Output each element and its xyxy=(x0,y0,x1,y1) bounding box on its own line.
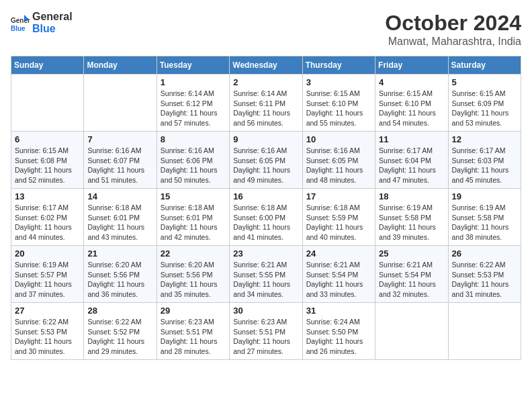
day-number: 7 xyxy=(87,134,152,144)
calendar-week-row: 27Sunrise: 6:22 AMSunset: 5:53 PMDayligh… xyxy=(11,303,521,360)
day-number: 28 xyxy=(87,306,152,316)
weekday-header-cell: Thursday xyxy=(302,56,375,75)
day-info: Sunrise: 6:19 AMSunset: 5:58 PMDaylight:… xyxy=(452,203,517,242)
calendar-day-cell: 5Sunrise: 6:15 AMSunset: 6:09 PMDaylight… xyxy=(448,75,521,132)
calendar-day-cell: 23Sunrise: 6:21 AMSunset: 5:55 PMDayligh… xyxy=(230,246,302,303)
page-header: General Blue General Blue October 2024 M… xyxy=(11,11,521,48)
calendar-day-cell: 26Sunrise: 6:22 AMSunset: 5:53 PMDayligh… xyxy=(448,246,521,303)
calendar-day-cell: 30Sunrise: 6:23 AMSunset: 5:51 PMDayligh… xyxy=(230,303,302,360)
day-info: Sunrise: 6:24 AMSunset: 5:50 PMDaylight:… xyxy=(306,317,371,357)
day-info: Sunrise: 6:22 AMSunset: 5:52 PMDaylight:… xyxy=(87,317,152,357)
day-info: Sunrise: 6:23 AMSunset: 5:51 PMDaylight:… xyxy=(233,317,298,357)
calendar-day-cell: 17Sunrise: 6:18 AMSunset: 5:59 PMDayligh… xyxy=(302,189,375,246)
calendar-day-cell: 18Sunrise: 6:19 AMSunset: 5:58 PMDayligh… xyxy=(375,189,448,246)
day-number: 29 xyxy=(161,306,226,316)
day-number: 21 xyxy=(87,248,152,259)
calendar-week-row: 1Sunrise: 6:14 AMSunset: 6:12 PMDaylight… xyxy=(11,75,521,132)
logo-general: General xyxy=(32,11,73,23)
day-number: 25 xyxy=(379,248,444,259)
calendar-day-cell: 14Sunrise: 6:18 AMSunset: 6:01 PMDayligh… xyxy=(84,189,157,246)
day-number: 18 xyxy=(379,191,444,201)
day-info: Sunrise: 6:18 AMSunset: 6:01 PMDaylight:… xyxy=(161,203,226,242)
day-number: 10 xyxy=(306,134,371,144)
day-number: 4 xyxy=(379,77,444,87)
day-number: 14 xyxy=(87,191,152,201)
day-number: 3 xyxy=(306,77,371,87)
day-number: 22 xyxy=(161,248,226,259)
weekday-header-row: SundayMondayTuesdayWednesdayThursdayFrid… xyxy=(11,56,521,75)
calendar-day-cell: 9Sunrise: 6:16 AMSunset: 6:05 PMDaylight… xyxy=(230,132,302,189)
day-info: Sunrise: 6:22 AMSunset: 5:53 PMDaylight:… xyxy=(452,260,517,300)
day-info: Sunrise: 6:20 AMSunset: 5:56 PMDaylight:… xyxy=(87,260,152,300)
calendar-title-area: October 2024 Manwat, Maharashtra, India xyxy=(385,11,521,48)
location-title: Manwat, Maharashtra, India xyxy=(385,36,521,48)
day-info: Sunrise: 6:21 AMSunset: 5:54 PMDaylight:… xyxy=(379,260,444,300)
calendar-day-cell xyxy=(375,303,448,360)
day-info: Sunrise: 6:15 AMSunset: 6:10 PMDaylight:… xyxy=(306,89,371,128)
day-number: 26 xyxy=(452,248,517,259)
calendar-week-row: 6Sunrise: 6:15 AMSunset: 6:08 PMDaylight… xyxy=(11,132,521,189)
day-info: Sunrise: 6:21 AMSunset: 5:55 PMDaylight:… xyxy=(233,260,298,300)
weekday-header-cell: Monday xyxy=(84,56,157,75)
day-number: 31 xyxy=(306,306,371,316)
day-number: 1 xyxy=(161,77,226,87)
day-info: Sunrise: 6:18 AMSunset: 6:00 PMDaylight:… xyxy=(233,203,298,242)
calendar-day-cell: 3Sunrise: 6:15 AMSunset: 6:10 PMDaylight… xyxy=(302,75,375,132)
weekday-header-cell: Tuesday xyxy=(157,56,229,75)
day-number: 19 xyxy=(452,191,517,201)
day-info: Sunrise: 6:16 AMSunset: 6:05 PMDaylight:… xyxy=(306,146,371,185)
day-number: 15 xyxy=(161,191,226,201)
day-info: Sunrise: 6:15 AMSunset: 6:08 PMDaylight:… xyxy=(15,146,80,185)
day-number: 23 xyxy=(233,248,298,259)
logo-icon: General Blue xyxy=(11,13,30,32)
calendar-day-cell: 10Sunrise: 6:16 AMSunset: 6:05 PMDayligh… xyxy=(302,132,375,189)
calendar-day-cell: 8Sunrise: 6:16 AMSunset: 6:06 PMDaylight… xyxy=(157,132,229,189)
day-number: 24 xyxy=(306,248,371,259)
calendar-day-cell: 1Sunrise: 6:14 AMSunset: 6:12 PMDaylight… xyxy=(157,75,229,132)
calendar-day-cell xyxy=(84,75,157,132)
calendar-day-cell: 28Sunrise: 6:22 AMSunset: 5:52 PMDayligh… xyxy=(84,303,157,360)
day-info: Sunrise: 6:23 AMSunset: 5:51 PMDaylight:… xyxy=(161,317,226,357)
day-info: Sunrise: 6:22 AMSunset: 5:53 PMDaylight:… xyxy=(15,317,80,357)
day-info: Sunrise: 6:14 AMSunset: 6:11 PMDaylight:… xyxy=(233,89,298,128)
day-info: Sunrise: 6:15 AMSunset: 6:09 PMDaylight:… xyxy=(452,89,517,128)
calendar-week-row: 13Sunrise: 6:17 AMSunset: 6:02 PMDayligh… xyxy=(11,189,521,246)
day-info: Sunrise: 6:16 AMSunset: 6:05 PMDaylight:… xyxy=(233,146,298,185)
logo-blue: Blue xyxy=(32,23,73,35)
calendar-table: SundayMondayTuesdayWednesdayThursdayFrid… xyxy=(11,56,521,360)
day-number: 13 xyxy=(15,191,80,201)
day-info: Sunrise: 6:21 AMSunset: 5:54 PMDaylight:… xyxy=(306,260,371,300)
calendar-day-cell: 29Sunrise: 6:23 AMSunset: 5:51 PMDayligh… xyxy=(157,303,229,360)
day-number: 27 xyxy=(15,306,80,316)
calendar-day-cell: 31Sunrise: 6:24 AMSunset: 5:50 PMDayligh… xyxy=(302,303,375,360)
day-info: Sunrise: 6:20 AMSunset: 5:56 PMDaylight:… xyxy=(161,260,226,300)
calendar-day-cell: 11Sunrise: 6:17 AMSunset: 6:04 PMDayligh… xyxy=(375,132,448,189)
calendar-day-cell: 20Sunrise: 6:19 AMSunset: 5:57 PMDayligh… xyxy=(11,246,84,303)
day-info: Sunrise: 6:19 AMSunset: 5:57 PMDaylight:… xyxy=(15,260,80,300)
day-number: 8 xyxy=(161,134,226,144)
day-number: 12 xyxy=(452,134,517,144)
calendar-day-cell: 4Sunrise: 6:15 AMSunset: 6:10 PMDaylight… xyxy=(375,75,448,132)
calendar-day-cell xyxy=(11,75,84,132)
weekday-header-cell: Wednesday xyxy=(230,56,302,75)
weekday-header-cell: Sunday xyxy=(11,56,84,75)
day-number: 16 xyxy=(233,191,298,201)
day-info: Sunrise: 6:19 AMSunset: 5:58 PMDaylight:… xyxy=(379,203,444,242)
day-info: Sunrise: 6:18 AMSunset: 6:01 PMDaylight:… xyxy=(87,203,152,242)
day-info: Sunrise: 6:16 AMSunset: 6:07 PMDaylight:… xyxy=(87,146,152,185)
calendar-day-cell: 13Sunrise: 6:17 AMSunset: 6:02 PMDayligh… xyxy=(11,189,84,246)
calendar-day-cell: 6Sunrise: 6:15 AMSunset: 6:08 PMDaylight… xyxy=(11,132,84,189)
calendar-day-cell xyxy=(448,303,521,360)
calendar-day-cell: 7Sunrise: 6:16 AMSunset: 6:07 PMDaylight… xyxy=(84,132,157,189)
calendar-day-cell: 15Sunrise: 6:18 AMSunset: 6:01 PMDayligh… xyxy=(157,189,229,246)
day-info: Sunrise: 6:17 AMSunset: 6:04 PMDaylight:… xyxy=(379,146,444,185)
day-info: Sunrise: 6:15 AMSunset: 6:10 PMDaylight:… xyxy=(379,89,444,128)
calendar-day-cell: 19Sunrise: 6:19 AMSunset: 5:58 PMDayligh… xyxy=(448,189,521,246)
day-info: Sunrise: 6:16 AMSunset: 6:06 PMDaylight:… xyxy=(161,146,226,185)
day-number: 9 xyxy=(233,134,298,144)
svg-text:Blue: Blue xyxy=(11,25,26,32)
calendar-day-cell: 12Sunrise: 6:17 AMSunset: 6:03 PMDayligh… xyxy=(448,132,521,189)
calendar-day-cell: 16Sunrise: 6:18 AMSunset: 6:00 PMDayligh… xyxy=(230,189,302,246)
day-info: Sunrise: 6:17 AMSunset: 6:02 PMDaylight:… xyxy=(15,203,80,242)
day-info: Sunrise: 6:17 AMSunset: 6:03 PMDaylight:… xyxy=(452,146,517,185)
